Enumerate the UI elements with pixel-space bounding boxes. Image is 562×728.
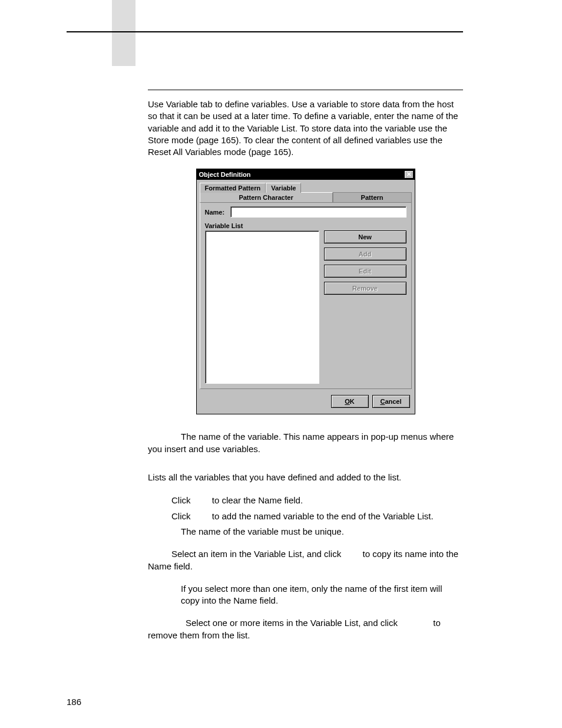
variable-list[interactable] [205, 230, 319, 384]
dialog-titlebar: Object Definition ✕ [197, 169, 415, 180]
button-column: New Add Edit Remove [324, 230, 406, 384]
tab-variable[interactable]: Variable [266, 183, 301, 193]
def-name: The name of the variable. This name appe… [148, 431, 463, 455]
ok-button[interactable]: OK [331, 395, 369, 408]
dialog-title: Object Definition [199, 171, 251, 178]
def-remove: Select one or more items in the Variable… [148, 617, 463, 641]
new-button[interactable]: New [324, 230, 406, 243]
margin-tab [112, 0, 135, 66]
def-edit-note: If you select more than one item, only t… [181, 583, 463, 607]
def-add: Click to add the named variable to the e… [171, 510, 463, 522]
dialog-tabs: Formatted Pattern Variable [197, 180, 415, 192]
page-number: 186 [67, 697, 81, 707]
subtab-pattern[interactable]: Pattern [333, 192, 412, 203]
edit-button[interactable]: Edit [324, 265, 406, 278]
dialog-body: Name: Variable List New Add Edit Remove [200, 203, 412, 389]
def-varlist-intro: Lists all the variables that you have de… [148, 472, 463, 483]
object-definition-dialog: Object Definition ✕ Formatted Pattern Va… [196, 169, 415, 414]
intro-paragraph: Use Variable tab to define variables. Us… [148, 98, 463, 158]
name-input[interactable] [230, 206, 406, 218]
def-new: Click to clear the Name field. [171, 494, 463, 506]
def-edit: Select an item in the Variable List, and… [148, 548, 463, 572]
variable-list-label: Variable List [205, 222, 406, 229]
dialog-footer: OK Cancel [197, 389, 415, 414]
subtab-pattern-character[interactable]: Pattern Character [200, 192, 333, 203]
name-label: Name: [205, 209, 225, 216]
remove-button[interactable]: Remove [324, 282, 406, 295]
tab-formatted-pattern[interactable]: Formatted Pattern [200, 183, 266, 193]
section-rule [148, 90, 463, 90]
cancel-button[interactable]: Cancel [372, 395, 410, 408]
header-rule [67, 31, 463, 32]
add-button[interactable]: Add [324, 248, 406, 261]
content-column: Use Variable tab to define variables. Us… [148, 90, 463, 652]
dialog-subtabs: Pattern Character Pattern [200, 192, 412, 203]
close-icon[interactable]: ✕ [404, 170, 414, 179]
def-add-note: The name of the variable must be unique. [181, 526, 463, 538]
